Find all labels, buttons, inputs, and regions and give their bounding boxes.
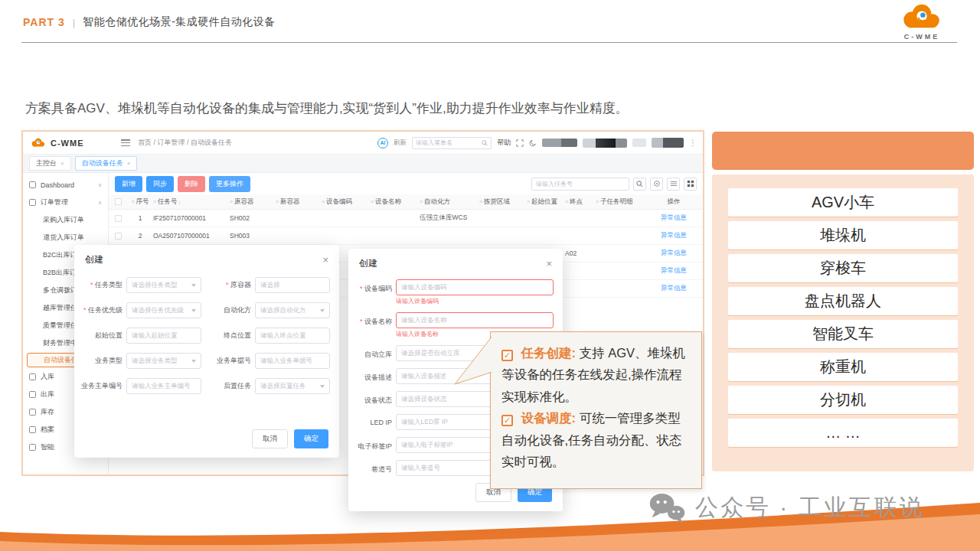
cloud-logo-icon: [895, 2, 949, 31]
cell-task-no: OA2507107000001: [153, 232, 230, 240]
sidebar-item[interactable]: 退货入库订单: [23, 229, 108, 246]
sidebar-item[interactable]: 订单管理 ∧: [23, 194, 108, 211]
field-placeholder: 请输入设备名称: [401, 316, 548, 325]
field-input[interactable]: 请选择: [255, 277, 330, 293]
field-input[interactable]: 请选择后置任务: [255, 378, 330, 394]
col-task-no[interactable]: 任务号: [153, 197, 230, 207]
close-icon[interactable]: ×: [546, 258, 552, 269]
grid-view-icon-button[interactable]: [684, 178, 697, 191]
col-pick-area[interactable]: 拣货区域: [479, 197, 527, 207]
tab-close-icon[interactable]: ×: [127, 160, 131, 167]
equipment-panel-header: [712, 132, 974, 170]
field-placeholder: 请输入终点位置: [260, 331, 325, 341]
table-row[interactable]: 1 IF2507107000001 SH002 伍强立体库WCS 异常信息: [109, 210, 703, 227]
refresh-label[interactable]: 刷新: [394, 139, 407, 148]
field-input[interactable]: 请选择业务类型: [126, 353, 201, 369]
row-checkbox[interactable]: [115, 215, 122, 222]
exception-info-link[interactable]: 异常信息: [661, 266, 687, 274]
toolbar-button[interactable]: 更多操作: [209, 176, 250, 192]
field-input[interactable]: 请输入设备名称: [396, 312, 554, 328]
field-input[interactable]: 请输入起始位置: [126, 328, 201, 344]
equipment-item: 称重机: [728, 353, 958, 381]
row-checkbox[interactable]: [115, 233, 122, 240]
app-cloud-icon: [29, 137, 47, 148]
chevron-down-icon: [191, 284, 196, 287]
header-divider: |: [73, 17, 75, 28]
field-placeholder: 请选择自动化方: [260, 306, 320, 315]
field-input[interactable]: 请输入业务主单编号: [126, 378, 201, 394]
field-label: 后置任务: [207, 381, 255, 391]
table-row[interactable]: 2 OA2507107000001 SH003 异常信息: [109, 227, 703, 245]
menu-group-icon: [29, 426, 36, 433]
field-label: 业务类型: [79, 356, 126, 366]
field-label: 设备名称: [351, 312, 396, 327]
col-seq[interactable]: 序号: [127, 197, 153, 207]
ai-assistant-icon[interactable]: AI: [377, 138, 388, 148]
table-toolbar: 新增同步删除更多操作 请输入任务号: [109, 173, 703, 194]
field-placeholder: 请选择业务类型: [132, 357, 191, 366]
form-field: 任务类型 请选择任务类型: [79, 277, 201, 293]
col-actions: 操作: [645, 197, 703, 207]
workspace-tab[interactable]: 主控台 ×: [29, 156, 71, 171]
fullscreen-icon[interactable]: [516, 139, 524, 147]
field-label: 任务优先级: [79, 305, 126, 315]
toolbar-button[interactable]: 同步: [146, 176, 174, 192]
col-subtask[interactable]: 子任务明细: [596, 197, 645, 207]
form-field: 业务单据号 请输入业务单据号: [207, 353, 330, 369]
cancel-button[interactable]: 取消: [252, 429, 288, 448]
tab-close-icon[interactable]: ×: [60, 160, 64, 167]
field-label: 原容器: [207, 280, 255, 290]
moon-icon[interactable]: [529, 139, 537, 147]
exception-info-link[interactable]: 异常信息: [661, 231, 687, 239]
field-label: 自动化方: [207, 305, 255, 315]
confirm-button[interactable]: 确定: [294, 429, 328, 448]
field-label: 电子标签IP: [351, 437, 396, 452]
search-button[interactable]: [633, 178, 646, 191]
col-old-container[interactable]: 原容器: [230, 197, 276, 207]
sidebar-item-label: 退货入库订单: [43, 233, 102, 243]
col-automation[interactable]: 自动化方: [420, 197, 479, 207]
chevron-down-icon: [191, 360, 196, 363]
help-link[interactable]: 帮助: [497, 138, 511, 148]
select-all-checkbox[interactable]: [115, 198, 122, 205]
cell-task-no: IF2507107000001: [153, 214, 230, 222]
exception-info-link[interactable]: 异常信息: [661, 249, 687, 256]
toolbar-button[interactable]: 删除: [178, 176, 205, 192]
exception-info-link[interactable]: 异常信息: [661, 284, 687, 292]
task-search-input[interactable]: 请输入任务号: [531, 178, 629, 191]
close-icon[interactable]: ×: [322, 254, 328, 266]
tab-label: 主控台: [36, 158, 57, 168]
more-menu-icon[interactable]: ⋮: [689, 139, 697, 147]
field-label: 业务单据号: [207, 356, 255, 366]
field-input[interactable]: 请选择任务类型: [126, 277, 201, 293]
equipment-panel: AGV小车堆垛机穿梭车盘点机器人智能叉车称重机分切机… …: [712, 174, 974, 471]
field-input[interactable]: 请输入设备编码: [396, 279, 554, 295]
column-list-icon-button[interactable]: [667, 178, 680, 191]
col-end-pos[interactable]: 终点: [565, 197, 596, 207]
form-field: 起始位置 请输入起始位置: [79, 328, 201, 344]
refresh-icon-button[interactable]: [650, 178, 663, 191]
workspace-tab[interactable]: 自动设备任务 ×: [75, 156, 138, 171]
app-logo[interactable]: C-WME: [29, 137, 119, 148]
field-label: 设备编码: [351, 279, 396, 294]
field-placeholder: 请选择任务优先级: [132, 306, 191, 315]
menu-search-input[interactable]: 请输入菜单名: [412, 137, 492, 149]
cell-old-container: SH002: [230, 214, 276, 222]
col-device-name[interactable]: 设备名称: [371, 197, 420, 207]
field-input[interactable]: 请选择自动化方: [255, 302, 330, 318]
exception-info-link[interactable]: 异常信息: [661, 214, 687, 221]
field-placeholder: 请输入业务主单编号: [132, 382, 196, 391]
sidebar-item[interactable]: Dashboard ∨: [23, 176, 108, 194]
breadcrumb[interactable]: 首页 / 订单管理 / 自动设备任务: [138, 138, 232, 148]
field-input[interactable]: 请选择任务优先级: [126, 302, 201, 318]
col-device-code[interactable]: 设备编码: [322, 197, 371, 207]
cell-old-container: SH003: [230, 232, 276, 240]
sidebar-item[interactable]: 采购入库订单: [23, 211, 108, 229]
toolbar-button[interactable]: 新增: [115, 176, 142, 192]
hamburger-icon[interactable]: [121, 139, 130, 146]
field-input[interactable]: 请输入业务单据号: [255, 353, 330, 369]
col-new-container[interactable]: 新容器: [276, 197, 322, 207]
task-search-placeholder: 请输入任务号: [536, 180, 625, 188]
col-start-pos[interactable]: 起始位置: [527, 197, 565, 207]
field-input[interactable]: 请输入终点位置: [255, 328, 330, 344]
